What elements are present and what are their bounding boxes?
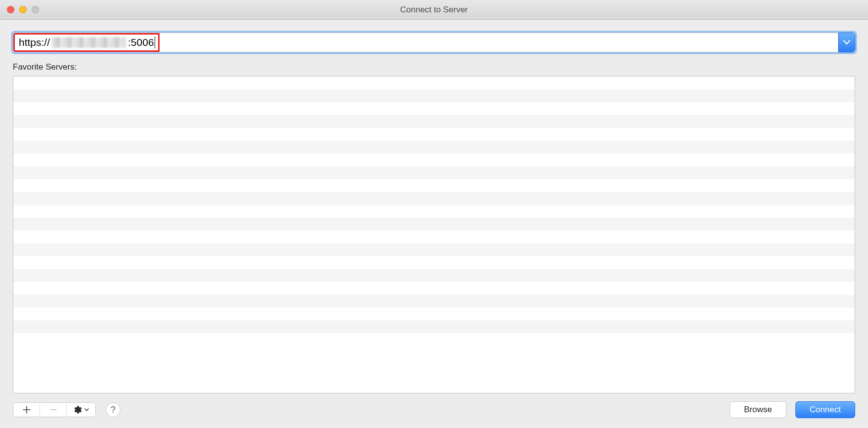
list-item[interactable] [13, 218, 855, 231]
list-item[interactable] [13, 89, 855, 102]
list-item[interactable] [13, 295, 855, 308]
list-item[interactable] [13, 269, 855, 282]
address-history-dropdown[interactable] [838, 33, 855, 52]
remove-favorite-button [40, 403, 67, 417]
address-redacted-host [52, 37, 126, 48]
plus-icon [23, 406, 31, 414]
list-item[interactable] [13, 154, 855, 166]
list-item[interactable] [13, 115, 855, 128]
list-item[interactable] [13, 77, 855, 89]
server-address-input[interactable]: https:// :5006 [13, 33, 838, 52]
help-button[interactable]: ? [106, 402, 121, 417]
close-window-button[interactable] [7, 6, 14, 13]
address-port: :5006 [128, 37, 154, 48]
help-icon: ? [111, 405, 116, 415]
address-input-rest[interactable] [160, 33, 838, 52]
text-cursor [155, 37, 156, 48]
traffic-lights [0, 6, 39, 13]
connect-to-server-window: Connect to Server https:// :5006 [0, 0, 868, 428]
minimize-window-button[interactable] [19, 6, 27, 13]
server-address-combo[interactable]: https:// :5006 [13, 33, 855, 52]
server-address-row: https:// :5006 [13, 33, 855, 52]
gear-icon [74, 405, 83, 414]
favorites-action-menu[interactable] [67, 403, 95, 417]
list-item[interactable] [13, 192, 855, 205]
list-item[interactable] [13, 141, 855, 154]
favorites-edit-group [13, 402, 96, 417]
list-item[interactable] [13, 282, 855, 295]
add-favorite-button[interactable] [13, 403, 40, 417]
window-title: Connect to Server [400, 5, 468, 15]
favorites-list[interactable] [13, 76, 855, 393]
favorites-label: Favorite Servers: [13, 62, 855, 72]
list-item[interactable] [13, 308, 855, 320]
list-item[interactable] [13, 166, 855, 179]
address-protocol: https:// [19, 37, 50, 48]
list-item[interactable] [13, 205, 855, 218]
maximize-window-button [32, 6, 39, 13]
connect-button[interactable]: Connect [795, 401, 855, 418]
window-content: https:// :5006 Favorite Servers: [0, 20, 868, 428]
list-item[interactable] [13, 243, 855, 256]
chevron-down-icon [84, 408, 89, 411]
list-item[interactable] [13, 179, 855, 192]
list-item[interactable] [13, 256, 855, 269]
chevron-down-icon [843, 40, 850, 45]
list-item[interactable] [13, 128, 855, 141]
list-item[interactable] [13, 320, 855, 333]
list-item[interactable] [13, 102, 855, 115]
favorites-rows [13, 77, 855, 393]
browse-button[interactable]: Browse [730, 401, 786, 418]
address-highlight-box: https:// :5006 [13, 33, 160, 52]
minus-icon [49, 406, 57, 414]
titlebar[interactable]: Connect to Server [0, 0, 868, 20]
list-item[interactable] [13, 231, 855, 243]
bottom-toolbar: ? Browse Connect [13, 393, 855, 418]
